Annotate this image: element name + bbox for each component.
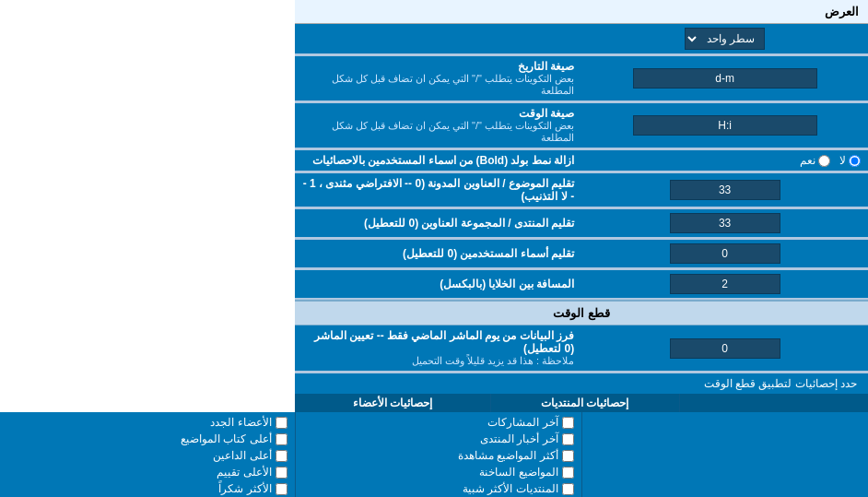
checkbox-shares[interactable]: آخر المشاركات	[303, 416, 574, 429]
bold-radio-group: نعم لا	[589, 154, 861, 167]
topics-input[interactable]	[670, 180, 780, 200]
time-format-title: صيغة الوقت	[302, 107, 574, 120]
date-format-input[interactable]	[633, 68, 817, 89]
checkbox-hot-topics[interactable]: المواضيع الساخنة	[303, 466, 574, 479]
topics-title: تقليم الموضوع / العناوين المدونة (0 -- ا…	[302, 177, 574, 203]
time-cutoff-title: فرز البيانات من يوم الماشر الماضي فقط --…	[302, 329, 574, 355]
time-cutoff-note: ملاحظة : هذا قد يزيد قليلاً وقت التحميل	[302, 355, 574, 367]
checkbox-top-inviters[interactable]: أعلى الداعين	[7, 449, 287, 462]
checkbox-forum-news-input[interactable]	[562, 433, 574, 445]
checkbox-most-thanked[interactable]: الأكثر شكراً	[7, 482, 287, 495]
col3-header: إحصائيات الأعضاء	[295, 394, 489, 412]
distance-input[interactable]	[670, 274, 780, 294]
forum-title: تقليم المنتدى / المجموعة العناوين (0 للت…	[302, 217, 574, 230]
bold-remove-title: ازالة نمط بولد (Bold) من اسماء المستخدمي…	[302, 154, 574, 167]
checkbox-shares-input[interactable]	[562, 417, 574, 429]
bold-yes-radio[interactable]	[818, 155, 830, 167]
checkbox-new-members-input[interactable]	[276, 417, 287, 429]
checkbox-top-writers-input[interactable]	[276, 433, 287, 445]
date-format-desc: بعض التكوينات يتطلب "/" التي يمكن ان تضا…	[302, 73, 574, 97]
time-format-desc: بعض التكوينات يتطلب "/" التي يمكن ان تضا…	[302, 120, 574, 144]
checkbox-new-members[interactable]: الأعضاء الجدد	[7, 416, 287, 429]
bold-yes-label[interactable]: نعم	[800, 154, 830, 167]
forum-input[interactable]	[670, 213, 780, 233]
checkbox-similar-forums[interactable]: المنتديات الأكثر شبية	[303, 482, 574, 495]
checkbox-top-rated-input[interactable]	[276, 467, 287, 479]
col3-checkboxes: الأعضاء الجدد أعلى كتاب المواضيع أعلى ال…	[7, 416, 287, 497]
time-format-input[interactable]	[633, 115, 817, 136]
checkbox-similar-forums-input[interactable]	[562, 483, 574, 495]
limit-label: حدد إحصائيات لتطبيق قطع الوقت	[704, 377, 857, 390]
checkbox-top-inviters-input[interactable]	[276, 450, 287, 462]
bold-no-radio[interactable]	[849, 155, 861, 167]
checkbox-top-writers[interactable]: أعلى كتاب المواضيع	[7, 432, 287, 445]
page-title: العرض	[825, 5, 859, 18]
users-input[interactable]	[670, 243, 780, 264]
col2-header: إحصائيات المنتديات	[490, 394, 679, 412]
date-format-title: صيغة التاريخ	[302, 60, 574, 73]
col1-header	[679, 394, 868, 412]
col2-checkboxes: آخر المشاركات آخر أخبار المنتدى أكثر الم…	[303, 416, 574, 497]
checkbox-most-viewed-input[interactable]	[562, 450, 574, 462]
checkbox-most-viewed[interactable]: أكثر المواضيع مشاهدة	[303, 449, 574, 462]
checkbox-hot-topics-input[interactable]	[562, 467, 574, 479]
distance-title: المسافة بين الخلايا (بالبكسل)	[302, 278, 574, 290]
single-line-select[interactable]: سطر واحد	[685, 28, 765, 50]
checkbox-most-thanked-input[interactable]	[276, 483, 287, 495]
bold-no-label[interactable]: لا	[839, 154, 861, 167]
checkbox-forum-news[interactable]: آخر أخبار المنتدى	[303, 432, 574, 445]
users-title: تقليم أسماء المستخدمين (0 للتعطيل)	[302, 247, 574, 260]
time-cutoff-input[interactable]	[670, 338, 780, 359]
checkbox-top-rated[interactable]: الأعلى تقييم	[7, 466, 287, 479]
time-cutoff-section-header: قطع الوقت	[553, 306, 610, 320]
